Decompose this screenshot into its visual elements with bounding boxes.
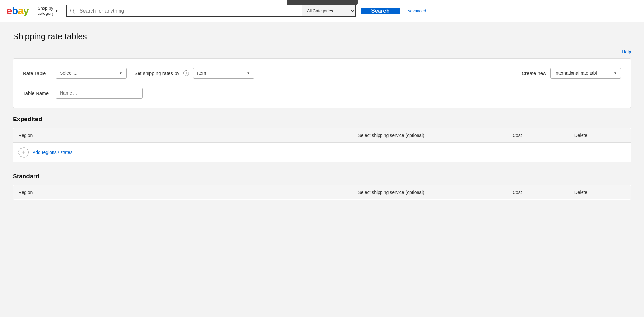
set-shipping-dropdown[interactable]: Item ▼ [193,68,254,79]
advanced-search-link[interactable]: Advanced [408,8,426,13]
help-link[interactable]: Help [622,49,631,54]
rate-table-dropdown[interactable]: Select ... ▼ [56,68,127,79]
standard-col-region: Region [13,185,353,200]
set-shipping-group: Set shipping rates by i Item ▼ [134,68,254,79]
expedited-add-regions-link[interactable]: Add regions / states [33,150,72,155]
form-row-1: Rate Table Select ... ▼ Set shipping rat… [23,68,621,79]
form-row-2: Table Name [23,88,621,99]
expedited-add-row: + Add regions / states [13,143,631,162]
create-new-label: Create new [522,71,546,76]
table-name-group: Table Name [23,88,143,99]
main-content: Shipping rate tables Help Rate Table Sel… [0,22,644,317]
standard-table: Region Select shipping service (optional… [13,185,631,200]
logo-e: e [6,5,12,17]
rate-table-label: Rate Table [23,71,52,76]
rate-table-group: Rate Table Select ... ▼ [23,68,127,79]
standard-col-cost: Cost [507,185,569,200]
logo-b: b [12,5,18,17]
form-card: Rate Table Select ... ▼ Set shipping rat… [13,58,631,108]
expedited-col-delete: Delete [569,128,631,143]
shop-by-category-button[interactable]: Shop by category ▼ [35,5,61,17]
standard-col-delete: Delete [569,185,631,200]
expedited-table-header: Region Select shipping service (optional… [13,128,631,143]
expedited-title: Expedited [13,116,631,123]
rate-table-chevron-icon: ▼ [119,72,122,75]
svg-line-1 [73,12,74,13]
standard-section: Standard Region Select shipping service … [13,173,631,200]
set-shipping-chevron-icon: ▼ [247,72,250,75]
rate-table-dropdown-button[interactable]: Select ... ▼ [56,68,127,79]
search-input[interactable] [78,5,302,16]
help-section: Help [13,49,631,54]
rate-table-dropdown-value: Select ... [60,71,77,76]
search-icon [67,5,78,16]
expedited-table: Region Select shipping service (optional… [13,128,631,162]
info-icon[interactable]: i [183,70,189,76]
expedited-col-cost: Cost [507,128,569,143]
page-title: Shipping rate tables [13,32,631,42]
create-new-chevron-icon: ▼ [614,72,617,75]
search-button[interactable]: Search [361,8,400,14]
standard-table-header: Region Select shipping service (optional… [13,185,631,200]
expedited-col-service: Select shipping service (optional) [353,128,507,143]
expedited-section: Expedited Region Select shipping service… [13,116,631,162]
shop-by-category-chevron-icon: ▼ [55,9,58,13]
create-new-dropdown-button[interactable]: International rate tabl ▼ [550,68,621,79]
standard-col-service: Select shipping service (optional) [353,185,507,200]
logo-y: y [23,5,29,17]
set-shipping-label: Set shipping rates by [134,71,179,76]
tooltip-popup [287,0,358,5]
set-shipping-dropdown-value: Item [197,71,206,76]
set-shipping-dropdown-button[interactable]: Item ▼ [193,68,254,79]
shop-by-category-label: Shop by category [38,6,54,16]
ebay-logo: ebay [6,5,29,17]
logo-a: a [18,5,23,17]
create-new-dropdown[interactable]: International rate tabl ▼ [550,68,621,79]
expedited-col-region: Region [13,128,353,143]
category-select[interactable]: All CategoriesElectronicsFashionMotorsCo… [302,5,355,16]
table-name-label: Table Name [23,91,52,96]
expedited-add-circle-button[interactable]: + [18,147,29,158]
expedited-plus-icon: + [22,149,25,156]
standard-title: Standard [13,173,631,180]
create-new-dropdown-value: International rate tabl [554,71,597,76]
create-new-group: Create new International rate tabl ▼ [522,68,621,79]
search-bar: All CategoriesElectronicsFashionMotorsCo… [66,5,356,17]
expedited-table-body: + Add regions / states [13,143,631,162]
table-name-input[interactable] [56,88,143,99]
expedited-add-row-content: + Add regions / states [13,143,631,162]
